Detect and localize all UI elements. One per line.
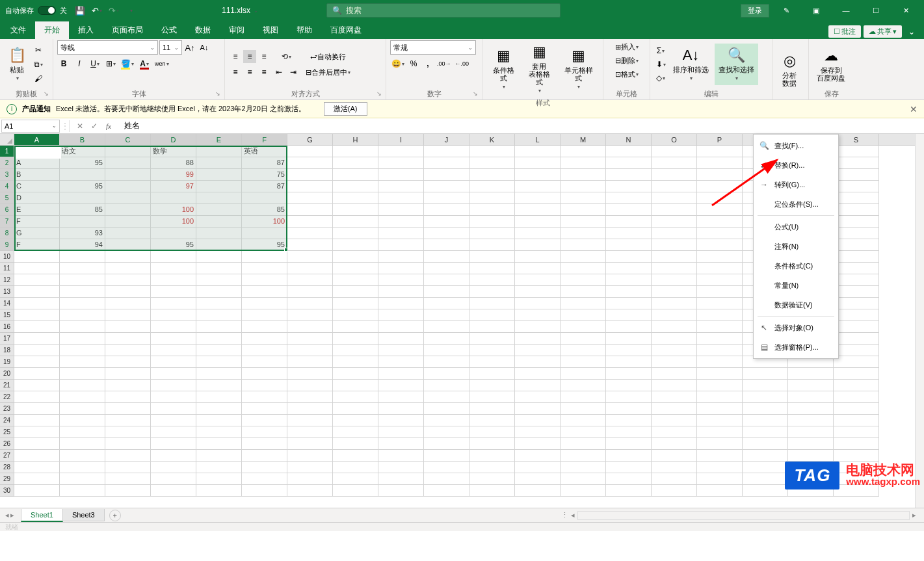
indent-decrease-icon[interactable]: ⇤ (272, 66, 285, 79)
cell[interactable] (378, 192, 424, 204)
cell[interactable] (652, 239, 697, 251)
activate-button[interactable]: 激活(A) (324, 102, 367, 116)
cell[interactable] (333, 239, 378, 251)
row-header[interactable]: 27 (0, 450, 14, 462)
cell[interactable] (515, 309, 561, 321)
cell[interactable] (561, 181, 606, 192)
cell[interactable] (652, 263, 697, 274)
cell[interactable] (424, 157, 469, 169)
cell[interactable] (60, 473, 105, 485)
cell[interactable] (105, 415, 151, 426)
cell[interactable] (561, 251, 606, 263)
cell[interactable] (652, 426, 697, 438)
cell[interactable] (515, 274, 561, 286)
cell[interactable] (14, 450, 60, 462)
cell[interactable] (287, 298, 333, 309)
cell[interactable] (287, 391, 333, 403)
cell[interactable] (287, 380, 333, 391)
sort-filter-button[interactable]: A↓排序和筛选▾ (669, 44, 713, 85)
cell[interactable] (424, 309, 469, 321)
row-header[interactable]: 26 (0, 438, 14, 450)
cell[interactable]: 95 (60, 181, 105, 192)
cell[interactable] (105, 368, 151, 380)
undo-icon[interactable]: ↶▾ (90, 4, 103, 17)
column-header[interactable]: B (60, 134, 105, 145)
cell[interactable] (515, 450, 561, 462)
cell[interactable] (424, 228, 469, 239)
cell[interactable] (834, 216, 879, 228)
cell[interactable] (333, 333, 378, 345)
cell[interactable] (834, 157, 879, 169)
cell[interactable]: E (14, 204, 60, 216)
cell[interactable] (105, 216, 151, 228)
cell[interactable] (151, 192, 196, 204)
cell[interactable]: 100 (151, 216, 196, 228)
cell[interactable] (561, 450, 606, 462)
cell[interactable] (14, 356, 60, 368)
cell[interactable] (469, 415, 515, 426)
font-color-icon[interactable]: A▾ (138, 57, 151, 70)
cell[interactable] (378, 286, 424, 298)
cell[interactable] (561, 274, 606, 286)
cell[interactable] (697, 426, 743, 438)
cell[interactable] (606, 415, 652, 426)
cell[interactable] (287, 228, 333, 239)
cell[interactable] (333, 169, 378, 181)
cell[interactable] (14, 391, 60, 403)
spreadsheet-grid[interactable]: ABCDEFGHIJKLMNOPQRS 12345678910111213141… (0, 134, 924, 508)
cell[interactable] (105, 403, 151, 415)
row-header[interactable]: 21 (0, 380, 14, 391)
cell[interactable] (14, 263, 60, 274)
cell[interactable] (652, 169, 697, 181)
align-center-icon[interactable]: ≡ (243, 66, 256, 79)
row-header[interactable]: 24 (0, 415, 14, 426)
cell[interactable] (606, 438, 652, 450)
cell[interactable] (242, 321, 287, 333)
cell[interactable] (834, 239, 879, 251)
cell[interactable] (788, 368, 834, 380)
cell[interactable] (652, 356, 697, 368)
decrease-decimal-icon[interactable]: ←.00 (454, 57, 471, 70)
cell[interactable] (697, 263, 743, 274)
cell[interactable] (834, 204, 879, 216)
cell[interactable] (424, 356, 469, 368)
cell[interactable] (378, 181, 424, 192)
cell[interactable] (196, 356, 242, 368)
cell[interactable] (105, 251, 151, 263)
cell[interactable] (151, 274, 196, 286)
column-header[interactable]: K (469, 134, 515, 145)
cell[interactable] (515, 181, 561, 192)
cell[interactable] (561, 345, 606, 356)
cell[interactable] (515, 415, 561, 426)
horizontal-scrollbar[interactable]: ⋮◂▸ (561, 511, 919, 520)
cell[interactable] (333, 216, 378, 228)
cell[interactable] (378, 263, 424, 274)
cell[interactable] (60, 274, 105, 286)
cell[interactable] (287, 204, 333, 216)
tab-review[interactable]: 审阅 (220, 21, 254, 39)
cell[interactable] (561, 391, 606, 403)
cell[interactable] (378, 298, 424, 309)
cell[interactable] (333, 415, 378, 426)
cell[interactable] (287, 169, 333, 181)
cell[interactable] (424, 263, 469, 274)
cell[interactable] (151, 309, 196, 321)
cell[interactable] (242, 298, 287, 309)
analyze-data-button[interactable]: ◎分析 数据 (776, 49, 802, 90)
cell[interactable] (697, 298, 743, 309)
cell[interactable] (788, 438, 834, 450)
cell[interactable] (697, 403, 743, 415)
cell[interactable] (14, 426, 60, 438)
cell[interactable] (151, 251, 196, 263)
cell[interactable] (14, 380, 60, 391)
cell[interactable] (834, 146, 879, 157)
cell[interactable] (287, 251, 333, 263)
cell[interactable] (14, 368, 60, 380)
row-header[interactable]: 16 (0, 321, 14, 333)
cell[interactable] (606, 204, 652, 216)
cell[interactable] (743, 438, 788, 450)
cell[interactable] (469, 426, 515, 438)
row-header[interactable]: 11 (0, 263, 14, 274)
cell[interactable] (652, 333, 697, 345)
cell[interactable] (151, 473, 196, 485)
